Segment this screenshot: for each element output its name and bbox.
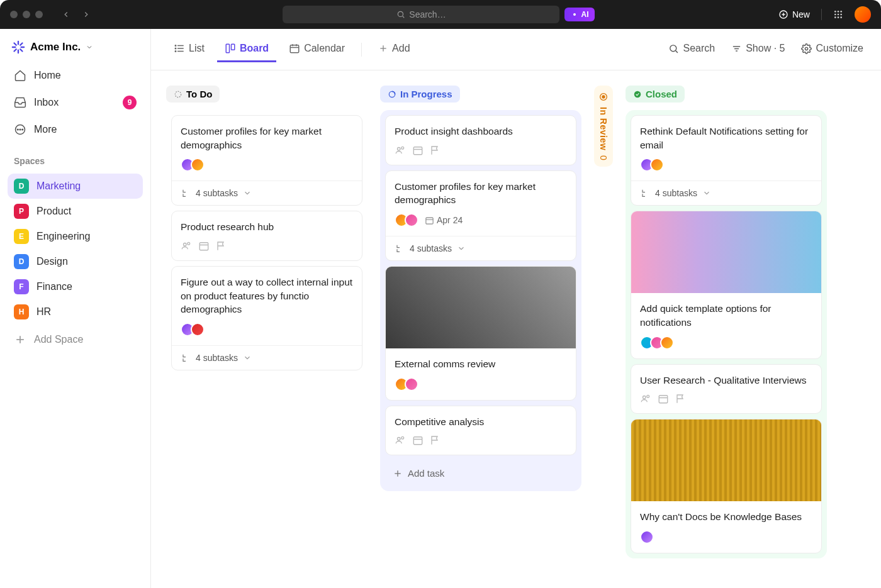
space-badge: F [14,279,29,294]
task-card[interactable]: Why can't Docs be Knowledge Bases [631,419,822,553]
task-card[interactable]: External comms review [385,266,576,401]
nav-inbox[interactable]: Inbox 9 [8,91,143,114]
subtasks-toggle[interactable]: 4 subtasks [172,345,362,370]
search-placeholder: Search… [409,9,446,19]
card-title: Competitive analysis [395,415,567,429]
svg-line-20 [20,49,22,51]
svg-line-44 [676,50,678,52]
view-list[interactable]: List [166,36,212,62]
avatar-stack[interactable] [181,323,205,336]
svg-rect-72 [659,396,668,403]
svg-point-7 [838,11,839,13]
task-card[interactable]: Product research hub [171,211,362,261]
svg-line-21 [14,49,16,51]
assignee-icon[interactable] [181,240,192,252]
avatar-stack[interactable] [181,158,205,172]
avatar-stack[interactable] [640,158,664,172]
forward-button[interactable] [82,6,99,23]
apps-grid-icon[interactable] [833,9,843,19]
task-card[interactable]: User Research - Qualitative Interviews [631,364,822,414]
global-search[interactable]: Search… [283,6,559,23]
flag-icon[interactable] [675,393,687,404]
svg-point-0 [398,11,403,16]
space-badge: D [14,179,29,194]
task-card[interactable]: Customer profiles for key market demogra… [171,115,362,206]
date-icon[interactable] [412,435,424,446]
card-date: Apr 24 [425,215,463,225]
column-header-inprogress[interactable]: In Progress [380,86,460,103]
view-board[interactable]: Board [217,36,276,62]
space-item-hr[interactable]: HHR [8,299,143,325]
svg-line-22 [20,43,22,45]
subtasks-toggle[interactable]: 4 subtasks [631,180,821,205]
assignee-icon[interactable] [395,435,406,446]
task-card[interactable]: Add quick template options for notificat… [631,211,822,358]
window-controls [10,11,43,18]
task-card[interactable]: Figure out a way to collect internal inp… [171,266,362,370]
space-item-finance[interactable]: FFinance [8,274,143,299]
avatar-stack[interactable] [640,530,654,544]
workspace-switcher[interactable]: Acme Inc. [8,40,143,60]
svg-rect-59 [426,218,433,224]
flag-icon[interactable] [430,145,441,156]
column-header-todo[interactable]: To Do [166,86,220,103]
assignee-icon[interactable] [640,393,651,404]
add-space-button[interactable]: Add Space [8,328,143,351]
review-icon [598,92,609,102]
svg-point-50 [184,243,187,247]
space-badge: E [14,229,29,244]
nav-more[interactable]: More [8,118,143,141]
avatar-stack[interactable] [395,213,418,227]
svg-point-34 [175,51,176,52]
avatar [660,336,674,350]
space-item-marketing[interactable]: DMarketing [8,174,143,199]
spaces-heading: Spaces [8,145,143,170]
zoom-dot[interactable] [35,11,43,18]
svg-point-9 [834,14,836,16]
toolbar-show[interactable]: Show · 5 [729,40,787,58]
task-card[interactable]: Competitive analysis [385,406,576,456]
view-add[interactable]: Add [371,36,417,62]
avatar [650,158,664,172]
task-card[interactable]: Product insight dashboards [385,115,576,165]
avatar-stack[interactable] [395,377,418,391]
subtasks-toggle[interactable]: 4 subtasks [172,180,362,205]
space-item-product[interactable]: PProduct [8,199,143,224]
date-icon[interactable] [412,145,424,156]
subtasks-toggle[interactable]: 4 subtasks [386,236,576,260]
back-button[interactable] [62,6,79,23]
ai-button[interactable]: AI [564,8,595,21]
task-card[interactable]: Rethink Default Notifications setting fo… [631,115,822,206]
card-title: Product research hub [181,220,353,234]
column-header-closed[interactable]: Closed [626,86,685,103]
space-badge: D [14,254,29,269]
card-title: External comms review [395,357,567,371]
toolbar-search[interactable]: Search [666,40,717,58]
toolbar-customize[interactable]: Customize [799,40,866,58]
view-calendar[interactable]: Calendar [281,36,352,62]
column-inreview-collapsed[interactable]: In Review 0 [594,86,613,167]
task-card[interactable]: Customer profiles for key market demogra… [385,170,576,261]
space-item-engineering[interactable]: EEngineering [8,224,143,249]
space-badge: H [14,304,29,319]
subtasks-icon [181,188,191,198]
flag-icon[interactable] [430,435,441,446]
space-item-design[interactable]: DDesign [8,249,143,274]
new-button[interactable]: New [778,9,810,19]
avatar [640,530,654,544]
assignee-icon[interactable] [395,145,406,156]
svg-point-8 [840,11,842,13]
minimize-dot[interactable] [23,11,30,18]
avatar-stack[interactable] [640,336,674,350]
card-title: Customer profiles for key market demogra… [181,125,353,152]
add-task-button[interactable]: Add task [385,460,576,486]
flag-icon[interactable] [216,240,227,252]
svg-point-70 [643,396,646,399]
date-icon[interactable] [658,393,669,404]
close-dot[interactable] [10,11,18,18]
svg-point-49 [175,91,181,97]
date-icon[interactable] [198,240,210,252]
user-avatar[interactable] [855,6,871,23]
svg-point-71 [647,396,649,398]
nav-home[interactable]: Home [8,64,143,87]
